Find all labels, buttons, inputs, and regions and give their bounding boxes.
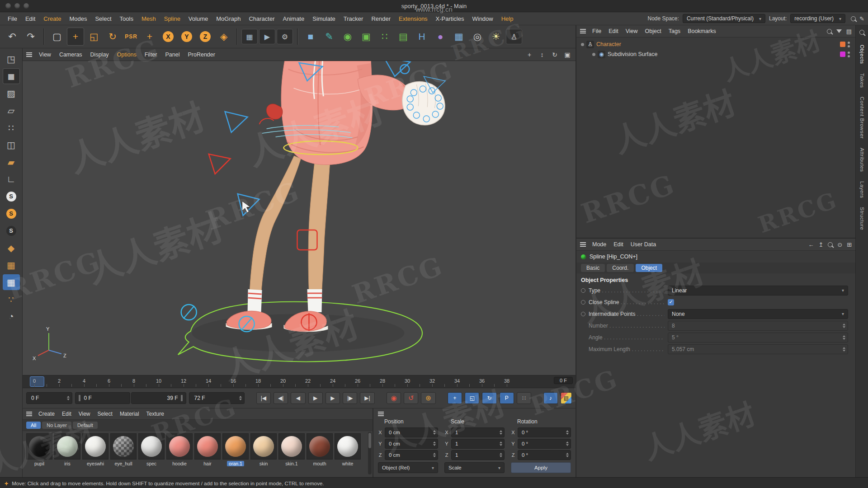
next-key-button[interactable]: |▶ (343, 392, 357, 404)
filter-icon[interactable] (836, 29, 842, 33)
snap-enable-button[interactable]: S (3, 188, 20, 204)
apply-button[interactable]: Apply (511, 462, 571, 473)
redo-button[interactable]: ↷ (22, 28, 39, 46)
keyframe-selection-button[interactable]: ⊛ (421, 392, 435, 404)
object-row-subdivision-surface[interactable]: ◉Subdivision Surface (576, 49, 855, 59)
menu-character[interactable]: Character (245, 15, 278, 22)
material-swatch-hoodie[interactable]: hoodie (166, 433, 193, 475)
symmetry-generator-button[interactable]: ▣ (358, 28, 375, 46)
record-rotation-toggle[interactable]: ↻ (482, 392, 496, 404)
snap-dynamic-button[interactable]: S (3, 223, 20, 239)
current-frame-field[interactable]: 0 F (26, 392, 72, 404)
attribute-menu-user-data[interactable]: User Data (627, 241, 660, 248)
object-menu-view[interactable]: View (622, 28, 642, 34)
side-tab-layers[interactable]: Layers (859, 181, 865, 198)
render-visibility-dot[interactable] (848, 45, 850, 47)
coord-field-scale-z[interactable]: 1 (451, 450, 505, 460)
hierarchy-tool-button[interactable]: H (413, 28, 430, 46)
side-tab-structure[interactable]: Structure (859, 207, 865, 230)
axis-modification-tool[interactable]: + (141, 28, 158, 46)
end-frame-field[interactable]: 72 F (189, 392, 244, 404)
editor-visibility-dot[interactable] (848, 42, 850, 44)
material-swatch-eyeswhi[interactable]: eyeswhi (82, 433, 108, 475)
coord-field-position-x[interactable]: 0 cm (385, 427, 438, 437)
snap-modeling-button[interactable]: S (3, 206, 20, 221)
scale-mode-dropdown[interactable]: Scale▾ (444, 462, 505, 473)
coord-field-rotation-y[interactable]: 0 ° (518, 439, 571, 449)
side-tab-attributes[interactable]: Attributes (859, 148, 865, 172)
frame-range-slider[interactable]: 0 F39 F (75, 392, 186, 404)
record-keyframe-button[interactable]: ◉ (387, 392, 401, 404)
node-space-dropdown[interactable]: Current (Standard/Physical)▾ (683, 14, 765, 23)
filter-default[interactable]: Default (73, 422, 98, 429)
undo-button[interactable]: ↶ (4, 28, 21, 46)
cloner-button[interactable]: ∷ (376, 28, 393, 46)
material-swatch-white[interactable]: white (335, 433, 361, 475)
menu-simulate[interactable]: Simulate (308, 15, 340, 22)
autokey-button[interactable]: ↺ (404, 392, 418, 404)
menu-volume[interactable]: Volume (184, 15, 212, 22)
record-pla-toggle[interactable]: ∷ (517, 392, 531, 404)
material-swatch-pupil[interactable]: pupil (26, 433, 52, 475)
panel-mode-icon[interactable]: ▤ (846, 28, 852, 35)
material-swatch-iris[interactable]: iris (54, 433, 80, 475)
render-settings-button[interactable]: ⚙ (277, 29, 293, 44)
viewport-menu-options[interactable]: Options (113, 52, 141, 58)
animation-dot[interactable] (581, 288, 585, 293)
lock-x-button[interactable]: X (160, 28, 177, 46)
object-menu-tags[interactable]: Tags (665, 28, 684, 34)
zoom-view-icon[interactable]: ↕ (538, 51, 547, 58)
polygons-mode-button[interactable]: ▰ (3, 154, 20, 170)
prev-frame-button[interactable]: ◀ (291, 392, 305, 404)
attribute-object-row[interactable]: Spline [Hip_CON+] (576, 251, 855, 263)
pan-view-icon[interactable]: + (525, 51, 534, 58)
menu-window[interactable]: Window (468, 15, 497, 22)
layout-dropdown[interactable]: recording (User)▾ (790, 14, 845, 23)
filter-all[interactable]: All (26, 422, 41, 429)
quantize-toggle-button[interactable]: ◆ (3, 240, 20, 256)
render-picture-viewer-button[interactable]: ▶ (259, 29, 275, 44)
lock-icon[interactable]: ⊙ (837, 241, 842, 248)
lock-y-button[interactable]: Y (178, 28, 195, 46)
coord-field-scale-y[interactable]: 1 (451, 439, 505, 449)
viewport[interactable]: Y X Z (23, 61, 576, 375)
menu-create[interactable]: Create (39, 15, 65, 22)
menu-mesh[interactable]: Mesh (137, 15, 160, 22)
material-swatch-oran-1[interactable]: oran.1 (222, 433, 249, 475)
primitive-cube-button[interactable]: ■ (302, 28, 319, 46)
menu-modes[interactable]: Modes (65, 15, 91, 22)
metaball-button[interactable]: ● (432, 28, 449, 46)
coord-field-position-y[interactable]: 0 cm (385, 439, 438, 449)
rotate-view-icon[interactable]: ↻ (550, 51, 559, 58)
filter-no-layer[interactable]: No Layer (42, 422, 71, 429)
menu-mograph[interactable]: MoGraph (212, 15, 245, 22)
viewport-menu-cameras[interactable]: Cameras (55, 52, 86, 58)
animation-dot[interactable] (581, 300, 585, 305)
tab-basic[interactable]: Basic (581, 264, 605, 272)
sound-toggle[interactable]: ♪ (543, 392, 558, 404)
object-row-character[interactable]: ♙Character (576, 39, 855, 49)
material-menu-texture[interactable]: Texture (143, 411, 168, 417)
coordinate-mode-dropdown[interactable]: Object (Rel)▾ (378, 462, 438, 473)
material-menu-create[interactable]: Create (35, 411, 58, 417)
material-menu-material[interactable]: Material (116, 411, 143, 417)
viewport-menu-display[interactable]: Display (86, 52, 113, 58)
search-icon[interactable] (828, 242, 833, 247)
menu-file[interactable]: File (4, 15, 21, 22)
attribute-menu-edit[interactable]: Edit (610, 241, 627, 248)
camera-button[interactable]: ◎ (469, 28, 486, 46)
lock-z-button[interactable]: Z (197, 28, 214, 46)
side-tab-content-browser[interactable]: Content Browser (859, 97, 865, 139)
model-mode-button[interactable]: ◼ (3, 68, 20, 84)
attribute-menu-mode[interactable]: Mode (589, 241, 610, 248)
object-menu-file[interactable]: File (589, 28, 605, 34)
menu-tools[interactable]: Tools (116, 15, 137, 22)
menu-select[interactable]: Select (91, 15, 115, 22)
character-figure-button[interactable]: ♙ (506, 29, 522, 44)
material-menu-select[interactable]: Select (94, 411, 116, 417)
points-mode-button[interactable]: ∷ (3, 120, 20, 136)
spline-pen-button[interactable]: ✎ (321, 28, 338, 46)
object-menu-object[interactable]: Object (642, 28, 665, 34)
tab-object[interactable]: Object (636, 264, 662, 272)
tab-coord-[interactable]: Coord. (607, 264, 634, 272)
